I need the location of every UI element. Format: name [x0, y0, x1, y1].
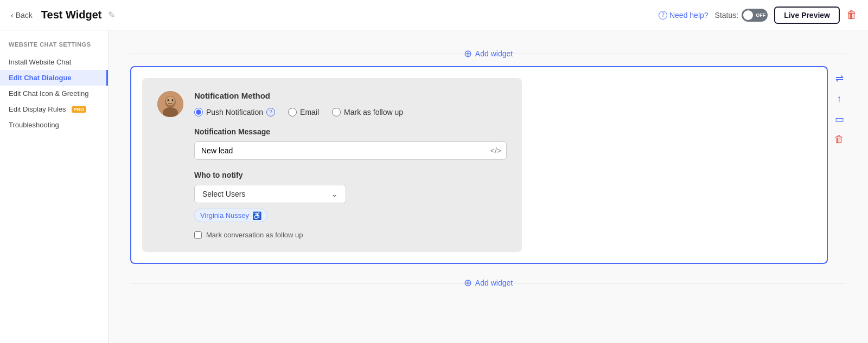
notification-message-wrapper: </>	[194, 141, 507, 160]
toggle-label: OFF	[756, 12, 765, 18]
follow-up-checkbox-row: Mark conversation as follow up	[194, 231, 507, 239]
notification-method-title: Notification Method	[194, 91, 507, 100]
back-label: Back	[16, 11, 33, 20]
arrow-up-icon: ↑	[837, 93, 842, 104]
page-title: Test Widget	[41, 9, 102, 21]
dropdown-arrow-icon: ⌄	[331, 190, 338, 198]
follow-up-checkbox-label: Mark conversation as follow up	[206, 231, 303, 239]
add-widget-bottom-line-right	[513, 283, 846, 283]
sidebar-item-label: Troubleshooting	[9, 121, 59, 129]
sidebar-item-label: Edit Display Rules	[9, 105, 66, 113]
sidebar-item-display-rules[interactable]: Edit Display Rules PRO	[0, 101, 108, 117]
notification-method-radio-group: Push Notification ? Email Mark as follow…	[194, 108, 507, 117]
trash-block-icon: 🗑	[834, 134, 844, 145]
radio-push-label: Push Notification	[206, 108, 263, 117]
notification-content: Notification Method Push Notification ? …	[194, 91, 507, 239]
plus-circle-icon: ⊕	[464, 48, 472, 60]
who-to-notify-section: Who to notify Select Users ⌄ Virginia Nu…	[194, 171, 507, 222]
status-label: Status:	[715, 11, 739, 20]
who-to-notify-label: Who to notify	[194, 171, 507, 179]
delete-block-button[interactable]: 🗑	[832, 132, 846, 147]
copy-icon: ▭	[835, 114, 844, 125]
radio-follow-up[interactable]: Mark as follow up	[332, 108, 403, 117]
live-preview-button[interactable]: Live Preview	[774, 7, 840, 24]
user-chip-remove-icon[interactable]: ♿	[252, 212, 261, 219]
shuffle-icon-button[interactable]: ⇌	[832, 70, 846, 87]
avatar-image	[157, 91, 183, 117]
help-circle-icon: ?	[659, 11, 667, 20]
select-users-placeholder: Select Users	[202, 190, 245, 198]
radio-push-input[interactable]	[194, 108, 203, 117]
avatar	[157, 91, 183, 117]
edit-title-icon[interactable]: ✎	[108, 10, 115, 20]
toggle-knob	[743, 10, 753, 20]
status-toggle[interactable]: OFF	[742, 9, 768, 22]
add-widget-bottom-button[interactable]: ⊕ Add widget	[464, 277, 513, 289]
widget-card-wrapper: Notification Method Push Notification ? …	[130, 66, 846, 264]
plus-circle-bottom-icon: ⊕	[464, 277, 472, 289]
code-icon[interactable]: </>	[490, 146, 501, 155]
selected-users-list: Virginia Nussey ♿	[194, 209, 507, 222]
add-widget-top-button[interactable]: ⊕ Add widget	[464, 48, 513, 60]
select-users-dropdown[interactable]: Select Users ⌄	[194, 185, 346, 203]
back-arrow-icon: ‹	[11, 11, 14, 20]
need-help-label: Need help?	[669, 11, 709, 20]
sidebar-item-edit-icon[interactable]: Edit Chat Icon & Greeting	[0, 86, 108, 101]
add-widget-bottom-label: Add widget	[475, 279, 513, 287]
notification-message-label: Notification Message	[194, 127, 507, 136]
notification-message-input[interactable]	[194, 141, 507, 160]
sidebar-item-install[interactable]: Install Website Chat	[0, 54, 108, 70]
follow-up-checkbox[interactable]	[194, 231, 202, 239]
sidebar-section-title: WEBSITE CHAT SETTINGS	[0, 41, 108, 54]
user-chip: Virginia Nussey ♿	[194, 209, 267, 222]
status-section: Status: OFF	[715, 9, 768, 22]
delete-widget-button[interactable]: 🗑	[846, 9, 857, 21]
header: ‹ Back Test Widget ✎ ? Need help? Status…	[0, 0, 868, 30]
add-widget-line-right	[513, 54, 846, 54]
main-content: ⊕ Add widget	[108, 30, 868, 343]
sidebar-item-troubleshooting[interactable]: Troubleshooting	[0, 117, 108, 133]
add-widget-label: Add widget	[475, 49, 513, 58]
add-widget-line-left	[130, 54, 464, 54]
sidebar-item-label: Edit Chat Icon & Greeting	[9, 89, 88, 98]
radio-email-label: Email	[300, 108, 319, 117]
notification-card: Notification Method Push Notification ? …	[142, 78, 522, 252]
add-widget-top-row: ⊕ Add widget	[130, 48, 846, 60]
trash-icon: 🗑	[846, 9, 857, 21]
push-help-icon[interactable]: ?	[266, 108, 275, 117]
add-widget-bottom-row: ⊕ Add widget	[130, 277, 846, 289]
svg-point-5	[172, 99, 174, 101]
sidebar: WEBSITE CHAT SETTINGS Install Website Ch…	[0, 30, 108, 343]
back-button[interactable]: ‹ Back	[11, 11, 33, 20]
radio-followup-input[interactable]	[332, 108, 341, 117]
user-chip-name: Virginia Nussey	[200, 211, 249, 219]
widget-side-actions: ⇌ ↑ ▭ 🗑	[832, 66, 846, 147]
radio-push-notification[interactable]: Push Notification ?	[194, 108, 275, 117]
radio-email[interactable]: Email	[288, 108, 319, 117]
radio-email-input[interactable]	[288, 108, 297, 117]
svg-point-4	[168, 99, 169, 101]
sidebar-item-label: Edit Chat Dialogue	[9, 74, 72, 82]
move-up-button[interactable]: ↑	[832, 91, 846, 107]
radio-followup-label: Mark as follow up	[344, 108, 403, 117]
sidebar-item-edit-dialogue[interactable]: Edit Chat Dialogue	[0, 70, 108, 86]
add-widget-bottom-line-left	[130, 283, 464, 283]
need-help-button[interactable]: ? Need help?	[659, 11, 709, 20]
copy-button[interactable]: ▭	[832, 111, 846, 127]
pro-badge: PRO	[72, 106, 87, 113]
main-layout: WEBSITE CHAT SETTINGS Install Website Ch…	[0, 30, 868, 343]
shuffle-icon: ⇌	[835, 73, 844, 84]
widget-card: Notification Method Push Notification ? …	[130, 66, 828, 264]
sidebar-item-label: Install Website Chat	[9, 58, 71, 66]
